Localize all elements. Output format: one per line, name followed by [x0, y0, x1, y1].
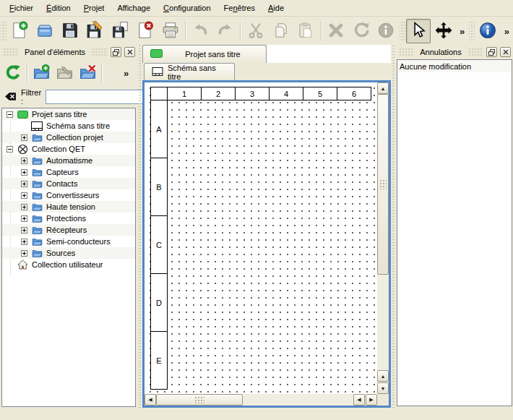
- diagram-view[interactable]: 1 2 3 4 5 6 A B C D E ▲ ▲ ▼: [142, 80, 391, 408]
- horizontal-scroll-thumb[interactable]: [156, 394, 243, 406]
- undo-panel-titlebar[interactable]: Annulations: [396, 45, 513, 59]
- panel-toolbar-overflow-button[interactable]: »: [120, 68, 132, 79]
- new-file-button[interactable]: [7, 19, 33, 43]
- new-category-button[interactable]: [30, 61, 53, 85]
- move-icon: [434, 21, 453, 41]
- menu-edition[interactable]: Édition: [40, 0, 77, 16]
- rotate-button[interactable]: [348, 19, 374, 43]
- column-header: 5: [303, 87, 337, 100]
- tools-overflow-button[interactable]: »: [456, 26, 468, 37]
- tree-item-collection-utilisateur[interactable]: Collection utilisateur: [2, 259, 135, 270]
- titlebar-drag-texture[interactable]: [2, 48, 19, 56]
- move-mode-button[interactable]: [431, 19, 456, 43]
- select-mode-button[interactable]: [406, 19, 431, 43]
- expand-expander-icon[interactable]: [21, 134, 27, 141]
- expand-expander-icon[interactable]: [21, 227, 27, 233]
- undo-button[interactable]: [188, 19, 213, 43]
- titlebar-drag-texture[interactable]: [398, 48, 414, 56]
- delete-category-button[interactable]: [76, 61, 99, 85]
- toolbar-drag-handle[interactable]: [469, 20, 475, 42]
- diagram-sheet[interactable]: 1 2 3 4 5 6 A B C D E: [145, 82, 377, 394]
- tree-item-collection-qet[interactable]: Collection QET: [2, 143, 135, 155]
- tree-item-convertisseurs[interactable]: Convertisseurs: [2, 189, 135, 201]
- undo-history-list[interactable]: Aucune modification: [397, 59, 512, 406]
- redo-button[interactable]: [213, 19, 238, 43]
- help-overflow-button[interactable]: »: [501, 26, 513, 37]
- close-panel-button[interactable]: [500, 47, 511, 57]
- save-as-button[interactable]: [82, 19, 108, 43]
- project-tab[interactable]: Projet sans titre: [142, 45, 267, 63]
- delete-folder-icon: [79, 64, 97, 83]
- cut-button[interactable]: [243, 19, 268, 43]
- expand-expander-icon[interactable]: [21, 250, 27, 257]
- about-button[interactable]: [475, 19, 501, 43]
- toolbar-separator: [240, 21, 241, 41]
- schema-tab[interactable]: Schéma sans titre: [144, 63, 235, 80]
- close-panel-button[interactable]: [124, 47, 135, 57]
- collapse-expander-icon[interactable]: [7, 146, 13, 153]
- tree-item-schema-sans-titre[interactable]: Schéma sans titre: [2, 120, 135, 132]
- expand-expander-icon[interactable]: [21, 192, 27, 199]
- copy-button[interactable]: [268, 19, 293, 43]
- horizontal-scrollbar[interactable]: ◀ ◀ ▶: [145, 394, 377, 406]
- tree-item-semi-conducteurs[interactable]: Semi-conducteurs: [2, 236, 135, 247]
- menu-fichier[interactable]: Fichier: [3, 0, 40, 16]
- tree-item-protections[interactable]: Protections: [2, 213, 135, 224]
- tree-item-recepteurs[interactable]: Récepteurs: [2, 224, 135, 236]
- tree-item-projet-sans-titre[interactable]: Projet sans titre: [2, 108, 135, 120]
- vertical-scroll-thumb[interactable]: [377, 94, 389, 275]
- expand-expander-icon[interactable]: [21, 204, 27, 210]
- tree-item-automatisme[interactable]: Automatisme: [2, 155, 135, 166]
- elements-panel-toolbar: »: [0, 59, 137, 87]
- scroll-left-button[interactable]: ◀: [353, 394, 365, 406]
- tree-item-contacts[interactable]: Contacts: [2, 178, 135, 189]
- menu-aide[interactable]: Aide: [262, 0, 290, 16]
- float-panel-button[interactable]: [486, 47, 497, 57]
- delete-button[interactable]: [324, 19, 349, 43]
- right-splitter[interactable]: [391, 45, 396, 408]
- column-header: 3: [236, 87, 270, 100]
- elements-panel: Panel d'éléments » Filtrer : Projet sans…: [0, 45, 137, 408]
- expand-expander-icon[interactable]: [21, 181, 27, 187]
- expand-expander-icon[interactable]: [21, 158, 27, 164]
- paste-button[interactable]: [293, 19, 319, 43]
- menu-projet[interactable]: Projet: [77, 0, 111, 16]
- column-header: 4: [270, 87, 303, 100]
- clear-filter-icon[interactable]: [4, 91, 17, 103]
- menu-fenetres[interactable]: Fenêtres: [217, 0, 262, 16]
- tree-item-capteurs[interactable]: Capteurs: [2, 166, 135, 178]
- titlebar-drag-texture[interactable]: [467, 48, 483, 56]
- delete-icon: [327, 21, 345, 41]
- scroll-right-button[interactable]: ▶: [366, 394, 377, 406]
- tree-item-haute-tension[interactable]: Haute tension: [2, 201, 135, 213]
- tree-item-sources[interactable]: Sources: [2, 247, 135, 259]
- info-button[interactable]: [374, 19, 399, 43]
- reload-collections-button[interactable]: [1, 61, 25, 85]
- save-all-button[interactable]: [108, 19, 133, 43]
- scroll-up-button[interactable]: ▲: [377, 370, 389, 382]
- toolbar-drag-handle[interactable]: [400, 20, 405, 42]
- toolbar-drag-handle[interactable]: [1, 20, 7, 42]
- close-file-button[interactable]: [132, 19, 158, 43]
- expand-expander-icon[interactable]: [21, 169, 27, 176]
- elements-panel-titlebar[interactable]: Panel d'éléments: [0, 45, 137, 59]
- column-header: 1: [168, 87, 202, 100]
- scroll-down-button[interactable]: ▼: [377, 382, 389, 394]
- expand-expander-icon[interactable]: [21, 239, 27, 245]
- print-button[interactable]: [158, 19, 183, 43]
- tree-item-collection-projet[interactable]: Collection projet: [2, 132, 135, 143]
- menu-configuration[interactable]: Configuration: [157, 0, 217, 16]
- save-button[interactable]: [57, 19, 82, 43]
- edit-category-button[interactable]: [53, 61, 76, 85]
- scroll-up-button[interactable]: ▲: [377, 82, 389, 94]
- open-file-button[interactable]: [32, 19, 57, 43]
- vertical-scrollbar[interactable]: ▲ ▲ ▼: [377, 82, 389, 394]
- titlebar-drag-texture[interactable]: [91, 48, 108, 56]
- float-panel-button[interactable]: [111, 47, 121, 57]
- left-splitter[interactable]: [137, 45, 142, 408]
- expand-expander-icon[interactable]: [21, 215, 27, 222]
- scroll-left-button[interactable]: ◀: [145, 394, 156, 406]
- menu-affichage[interactable]: Affichage: [111, 0, 157, 16]
- collapse-expander-icon[interactable]: [7, 111, 13, 118]
- undo-list-item[interactable]: Aucune modification: [397, 60, 512, 72]
